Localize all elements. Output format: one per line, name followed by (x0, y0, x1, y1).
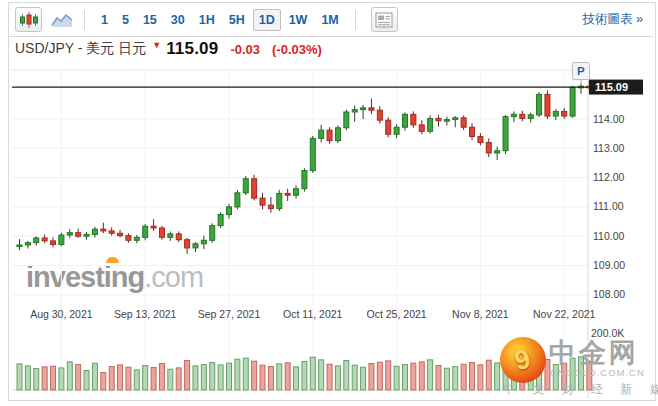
cngold-name: 中金网 (549, 335, 639, 371)
timeframe-1d[interactable]: 1D (253, 9, 281, 31)
candles-series (17, 81, 592, 253)
news-view-button[interactable] (371, 7, 398, 32)
technical-charts-link[interactable]: 技術圖表 » (583, 11, 643, 28)
toolbar-divider (355, 10, 356, 30)
p-flag-marker[interactable]: P (572, 63, 589, 85)
svg-text:Nov 22, 2021: Nov 22, 2021 (533, 308, 596, 320)
timeframe-1w[interactable]: 1W (283, 9, 314, 31)
svg-text:Sep 13, 2021: Sep 13, 2021 (114, 308, 177, 320)
instrument-header: USD/JPY - 美元 日元 ▼ 115.09 -0.03 (-0.03%) (9, 36, 653, 62)
toolbar-divider (84, 10, 85, 30)
svg-text:115.09: 115.09 (595, 81, 628, 93)
cngold-url: CNGOLD.COM.CN (550, 367, 645, 378)
svg-text:Nov 8, 2021: Nov 8, 2021 (452, 308, 509, 320)
cngold-watermark: 9 中金网 CNGOLD.COM.CN 中 文 财 经 新 媒 体 (497, 334, 653, 400)
symbol-title: USD/JPY - 美元 日元 (15, 40, 146, 58)
cngold-logo-icon: 9 (500, 337, 546, 383)
svg-text:112.00: 112.00 (593, 171, 624, 183)
svg-text:113.00: 113.00 (593, 142, 624, 154)
svg-text:109.00: 109.00 (593, 259, 625, 271)
svg-text:108.00: 108.00 (593, 288, 625, 300)
toolbar: 1 5 15 30 1H 5H 1D 1W 1M 技術圖表 » (9, 3, 653, 37)
svg-text:Aug 30, 2021: Aug 30, 2021 (30, 308, 93, 320)
timeframe-5[interactable]: 5 (116, 9, 135, 31)
svg-text:Oct 11, 2021: Oct 11, 2021 (283, 308, 343, 320)
price-down-arrow-icon: ▼ (152, 40, 161, 50)
timeframe-1h[interactable]: 1H (193, 9, 221, 31)
timeframe-15[interactable]: 15 (137, 9, 163, 31)
line-chart-icon (51, 12, 73, 28)
line-chart-button[interactable] (48, 7, 75, 32)
date-axis-labels: Aug 30, 2021Sep 13, 2021Sep 27, 2021Oct … (30, 308, 595, 320)
last-price: 115.09 (166, 39, 218, 59)
svg-text:P: P (577, 65, 585, 77)
cngold-slogan: 中 文 财 经 新 媒 体 (503, 381, 658, 398)
price-change: -0.03 (230, 42, 260, 57)
svg-text:Oct 25, 2021: Oct 25, 2021 (367, 308, 427, 320)
svg-text:Sep 27, 2021: Sep 27, 2021 (198, 308, 261, 320)
timeframe-30[interactable]: 30 (165, 9, 191, 31)
candlestick-icon (19, 11, 39, 29)
svg-text:111.00: 111.00 (593, 200, 624, 212)
last-price-tag: 115.09 (589, 80, 643, 95)
timeframe-1m[interactable]: 1M (315, 9, 344, 31)
timeframe-5h[interactable]: 5H (223, 9, 251, 31)
price-axis-labels: 114.00113.00112.00111.00110.00109.00108.… (591, 113, 625, 340)
svg-text:114.00: 114.00 (593, 113, 624, 125)
news-layout-icon (375, 12, 393, 28)
price-change-percent: (-0.03%) (272, 42, 322, 57)
svg-text:110.00: 110.00 (593, 230, 624, 242)
timeframe-1[interactable]: 1 (95, 9, 114, 31)
candlestick-chart-button[interactable] (15, 7, 42, 32)
